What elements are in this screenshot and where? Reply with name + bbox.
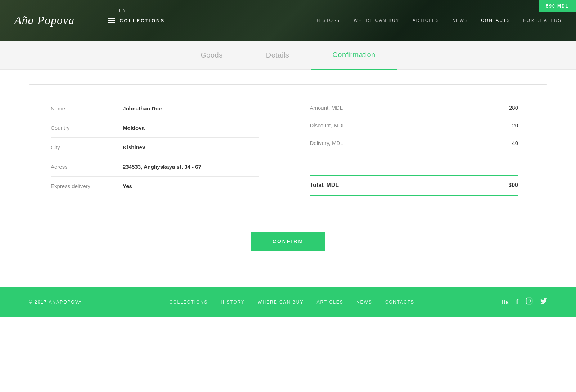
info-row-name: Name Johnathan Doe — [51, 99, 259, 118]
label-address: Adress — [51, 164, 123, 170]
total-label: Total, MDL — [310, 182, 339, 188]
value-city: Kishinev — [123, 144, 145, 150]
logo: Аña Popova — [14, 10, 86, 31]
nav-for-dealers[interactable]: FOR DEALERS — [523, 18, 562, 23]
label-express: Express delivery — [51, 183, 123, 189]
total-value: 300 — [508, 182, 518, 188]
footer: © 2017 ANAPOPOVA COLLECTIONS HISTORY WHE… — [0, 287, 576, 317]
svg-rect-1 — [526, 298, 532, 304]
instagram-icon[interactable] — [526, 297, 533, 306]
nav-news[interactable]: NEWS — [452, 18, 468, 23]
order-card: Name Johnathan Doe Country Moldova City … — [29, 84, 547, 210]
info-row-country: Country Moldova — [51, 118, 259, 138]
footer-social: Вк f — [501, 297, 547, 306]
label-amount: Amount, MDL — [310, 105, 343, 111]
collections-menu[interactable]: COLLECTIONS — [108, 18, 165, 23]
label-name: Name — [51, 105, 123, 111]
info-row-address: Adress 234533, Angliyskaya st. 34 - 67 — [51, 157, 259, 177]
main-content: Name Johnathan Doe Country Moldova City … — [0, 70, 576, 287]
label-delivery: Delivery, MDL — [310, 140, 343, 146]
footer-nav: COLLECTIONS HISTORY WHERE CAN BUY ARTICL… — [169, 300, 414, 305]
price-row-delivery: Delivery, MDL 40 — [310, 134, 518, 152]
value-name: Johnathan Doe — [123, 105, 162, 111]
total-underline — [310, 195, 518, 196]
vk-icon[interactable]: Вк — [501, 299, 509, 305]
footer-nav-collections[interactable]: COLLECTIONS — [169, 300, 208, 305]
svg-point-2 — [528, 300, 531, 302]
label-country: Country — [51, 125, 123, 131]
value-express: Yes — [123, 183, 132, 189]
svg-text:Аña Popova: Аña Popova — [14, 14, 75, 27]
step-goods-label: Goods — [201, 51, 222, 59]
value-country: Moldova — [123, 125, 145, 131]
value-delivery: 40 — [512, 140, 518, 146]
nav-where-can-buy[interactable]: WHERE CAN BUY — [354, 18, 399, 23]
hamburger-icon — [108, 18, 115, 23]
step-confirmation[interactable]: Confirmation — [311, 41, 397, 70]
nav-history[interactable]: HISTORY — [316, 18, 341, 23]
info-row-city: City Kishinev — [51, 138, 259, 157]
footer-nav-contacts[interactable]: CONTACTS — [385, 300, 414, 305]
twitter-icon[interactable] — [540, 297, 547, 306]
step-goods[interactable]: Goods — [179, 41, 244, 70]
nav-contacts[interactable]: CONTACTS — [481, 18, 510, 23]
checkout-steps: Goods Details Confirmation — [0, 41, 576, 70]
footer-nav-articles[interactable]: ARTICLES — [316, 300, 343, 305]
footer-nav-where-can-buy[interactable]: WHERE CAN BUY — [258, 300, 303, 305]
label-city: City — [51, 144, 123, 150]
nav-articles[interactable]: ARTICLES — [413, 18, 439, 23]
svg-point-3 — [531, 299, 531, 300]
step-details-label: Details — [266, 51, 289, 59]
collections-label: COLLECTIONS — [120, 18, 165, 23]
footer-nav-history[interactable]: HISTORY — [221, 300, 245, 305]
facebook-icon[interactable]: f — [516, 298, 518, 306]
cart-button[interactable]: 590 MDL — [539, 0, 576, 12]
language-selector[interactable]: EN — [119, 8, 126, 13]
step-confirmation-label: Confirmation — [332, 51, 375, 59]
price-summary-section: Amount, MDL 280 Discount, MDL 20 Deliver… — [281, 85, 547, 210]
label-discount: Discount, MDL — [310, 122, 345, 128]
total-row: Total, MDL 300 — [310, 175, 518, 192]
confirm-section: CONFIRM — [29, 225, 547, 272]
footer-copyright: © 2017 ANAPOPOVA — [29, 300, 82, 305]
value-address: 234533, Angliyskaya st. 34 - 67 — [123, 164, 201, 170]
info-row-express: Express delivery Yes — [51, 177, 259, 196]
price-row-amount: Amount, MDL 280 — [310, 99, 518, 117]
header: EN Аña Popova COLLECTIONS HISTORY WHERE … — [0, 0, 576, 41]
price-row-discount: Discount, MDL 20 — [310, 117, 518, 134]
footer-nav-news[interactable]: NEWS — [356, 300, 372, 305]
total-section: Total, MDL 300 — [310, 175, 518, 196]
confirm-button[interactable]: CONFIRM — [251, 232, 325, 251]
customer-info-section: Name Johnathan Doe Country Moldova City … — [29, 85, 281, 210]
value-amount: 280 — [509, 105, 518, 111]
main-nav: HISTORY WHERE CAN BUY ARTICLES NEWS CONT… — [316, 18, 562, 23]
prices-breakdown: Amount, MDL 280 Discount, MDL 20 Deliver… — [310, 99, 518, 175]
value-discount: 20 — [512, 122, 518, 128]
step-details[interactable]: Details — [244, 41, 311, 70]
